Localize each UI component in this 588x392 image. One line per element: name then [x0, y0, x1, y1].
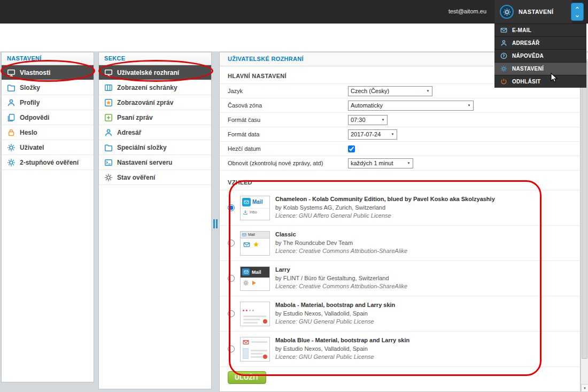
- skin-name: Chameleon - Kolab Community Edition, blu…: [275, 195, 495, 203]
- section-item-zobrazeni-schranky[interactable]: Zobrazení schránky: [99, 80, 211, 95]
- skin-radio[interactable]: [228, 240, 235, 247]
- user-email: test@aitom.eu: [448, 8, 486, 14]
- chevron-up-icon: [574, 5, 581, 10]
- skin-row-larry[interactable]: Mail Larry by FLINT / Büro für Gestaltun…: [220, 261, 580, 296]
- date-format-select[interactable]: 2017-07-24 ▼: [348, 129, 397, 140]
- select-value: Automaticky: [349, 102, 465, 109]
- section-item-adresar[interactable]: Adresář: [99, 125, 211, 140]
- menu-item-label: ADRESÁŘ: [512, 40, 540, 46]
- power-icon: [500, 78, 507, 85]
- section-item-zobrazovani-zprav[interactable]: Zobrazování zpráv: [99, 95, 211, 110]
- skin-thumbnail-larry: Mail: [240, 266, 270, 291]
- gear-icon: [104, 173, 113, 182]
- sections-panel: SEKCE Uživatelské rozhraní Zobrazení sch…: [98, 52, 212, 389]
- fab-dot-icon: [263, 355, 267, 359]
- section-item-label: Zobrazování zpráv: [117, 99, 173, 106]
- skin-row-classic[interactable]: Mail Classic by The Roundcube Dev Team L…: [220, 226, 580, 261]
- menu-item-settings[interactable]: NASTAVENÍ: [494, 62, 586, 75]
- main-panel: UŽIVATELSKÉ ROZHRANÍ HLAVNÍ NASTAVENÍ Ja…: [219, 52, 581, 392]
- gear-icon: [500, 65, 507, 72]
- section-item-nastaveni-serveru[interactable]: Nastavení serveru: [99, 155, 211, 170]
- thumb-logo-text: Mail: [252, 270, 261, 275]
- terminal-icon: [104, 158, 113, 167]
- sidebar-item-uzivatel[interactable]: Uživatel: [2, 140, 94, 155]
- field-label: Formát času: [228, 117, 348, 123]
- gear-icon: [7, 143, 16, 152]
- skin-licence: Licence: Creative Commons Attribution-Sh…: [275, 282, 407, 290]
- menu-item-help[interactable]: NÁPOVĚDA: [494, 49, 586, 62]
- timezone-select[interactable]: Automaticky ▼: [348, 101, 474, 111]
- person-icon: [7, 98, 16, 107]
- scroll-jump-widget[interactable]: [571, 3, 584, 21]
- menu-item-logout[interactable]: ODHLÁSIT: [494, 75, 586, 88]
- section-heading-skins: VZHLED: [220, 171, 580, 190]
- panel-splitter-handle[interactable]: [213, 219, 218, 228]
- save-button[interactable]: ULOŽIT: [228, 371, 266, 384]
- skin-author: by The Roundcube Dev Team: [275, 239, 407, 247]
- time-format-select[interactable]: 07:30 ▼: [348, 115, 388, 125]
- menu-item-email[interactable]: E-MAIL: [494, 24, 586, 36]
- sidebar-item-vlastnosti[interactable]: Vlastnosti: [2, 65, 94, 80]
- skin-licence: Licence: GNU General Public License: [275, 318, 395, 326]
- select-value: každých 1 minut: [349, 160, 405, 166]
- section-item-stav-overeni[interactable]: Stav ověření: [99, 170, 211, 185]
- skin-row-chameleon[interactable]: Mail Inbo Chameleon - Kolab Community Ed…: [220, 190, 580, 226]
- sidebar-item-label: 2-stupňové ověření: [20, 159, 79, 166]
- form-row-pretty-date: Hezčí datum: [220, 142, 580, 156]
- section-item-label: Stav ověření: [117, 174, 155, 181]
- star-icon: [104, 98, 113, 107]
- dropdown-arrow-icon: ▼: [389, 133, 397, 136]
- field-label: Jazyk: [228, 88, 348, 94]
- skin-author: by Estudio Nexos, Valladolid, Spain: [275, 310, 395, 318]
- section-item-label: Uživatelské rozhraní: [117, 69, 179, 76]
- top-bar: test@aitom.eu NASTAVENÍ: [0, 0, 588, 24]
- envelope-icon: [242, 198, 251, 206]
- roundcube-settings-page: test@aitom.eu NASTAVENÍ E-MAIL ADRESÁŘ N…: [0, 0, 588, 392]
- skin-row-mabola[interactable]: Mabola - Material, bootstrap and Larry s…: [220, 296, 580, 332]
- section-item-specialni-slozky[interactable]: Speciální složky: [99, 140, 211, 155]
- field-label: Časová zóna: [228, 102, 348, 109]
- folder-icon: [7, 83, 16, 92]
- menu-item-label: NASTAVENÍ: [512, 66, 544, 72]
- folder-icon: [104, 143, 113, 152]
- person-icon: [104, 128, 113, 137]
- skin-radio[interactable]: [228, 310, 235, 317]
- sidebar-item-heslo[interactable]: Heslo: [2, 125, 94, 140]
- section-item-uzivatelske-rozhrani[interactable]: Uživatelské rozhraní: [99, 65, 211, 80]
- envelope-icon: [500, 27, 507, 34]
- form-row-timezone: Časová zóna Automaticky ▼: [220, 98, 580, 113]
- field-label: Formát data: [228, 131, 348, 137]
- thumb-inbox-text: Inbo: [250, 210, 257, 214]
- sidebar-item-label: Složky: [20, 84, 40, 91]
- skin-row-mabola-blue[interactable]: Mabola Blue - Material, bootstrap and La…: [220, 332, 580, 367]
- skin-name: Mabola - Material, bootstrap and Larry s…: [275, 301, 395, 309]
- envelope-icon: [242, 233, 246, 237]
- settings-menu-button[interactable]: NASTAVENÍ: [494, 0, 572, 24]
- main-settings-form: Jazyk Czech (Česky) ▼ Časová zóna Automa…: [220, 83, 580, 171]
- menu-item-addressbook[interactable]: ADRESÁŘ: [494, 36, 586, 49]
- envelope-icon: [243, 241, 250, 248]
- sidebar-item-profily[interactable]: Profily: [2, 95, 94, 110]
- skin-author: by FLINT / Büro für Gestaltung, Switzerl…: [275, 274, 407, 282]
- pretty-date-checkbox[interactable]: [348, 145, 355, 152]
- scrollbar-thumb[interactable]: [582, 60, 587, 359]
- envelope-icon: [243, 339, 249, 345]
- skin-radio[interactable]: [228, 275, 235, 282]
- skin-radio[interactable]: [228, 204, 235, 211]
- language-select[interactable]: Czech (Česky) ▼: [348, 86, 432, 96]
- sidebar-item-slozky[interactable]: Složky: [2, 80, 94, 95]
- vertical-scrollbar[interactable]: ▲ ▼: [581, 52, 588, 392]
- skin-radio[interactable]: [228, 345, 235, 352]
- section-item-psani-zprav[interactable]: Psaní zpráv: [99, 110, 211, 125]
- dropdown-arrow-icon: ▼: [424, 89, 432, 93]
- sidebar-item-2fa[interactable]: 2-stupňové ověření: [2, 155, 94, 170]
- dropdown-arrow-icon: ▼: [405, 162, 413, 165]
- refresh-interval-select[interactable]: každých 1 minut ▼: [348, 158, 413, 168]
- menu-item-label: ODHLÁSIT: [512, 79, 541, 84]
- main-content: HLAVNÍ NASTAVENÍ Jazyk Czech (Česky) ▼ Č…: [220, 66, 580, 391]
- scrollbar-down-icon[interactable]: ▼: [581, 384, 588, 392]
- monitor-icon: [7, 68, 16, 77]
- skin-name: Mabola Blue - Material, bootstrap and La…: [275, 336, 409, 344]
- section-item-label: Psaní zpráv: [117, 114, 153, 121]
- sidebar-item-odpovedi[interactable]: Odpovědi: [2, 110, 94, 125]
